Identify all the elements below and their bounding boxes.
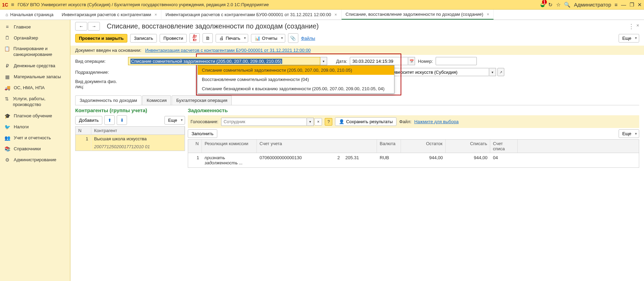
tab-home[interactable]: ⌂ Начальная страница: [1, 10, 58, 20]
sidebar-item-services[interactable]: ⇅Услуги, работы, производство: [0, 93, 70, 110]
search-icon[interactable]: 🔍: [564, 2, 571, 8]
clear-icon[interactable]: ×: [314, 118, 322, 126]
cell-currency: RUB: [377, 154, 401, 166]
graduation-icon: 🎓: [4, 113, 10, 119]
save-button[interactable]: Записать: [130, 34, 157, 43]
sidebar-item-organizer[interactable]: 🗒Органайзер: [0, 32, 70, 43]
chevron-down-icon: ▼: [180, 118, 183, 122]
main-menu-icon[interactable]: ≡: [11, 2, 14, 8]
subtab-accounting[interactable]: Бухгалтерская операция: [172, 95, 232, 105]
tab-writeoff[interactable]: Списание, восстановление задолженности п…: [342, 10, 494, 20]
sidebar-item-money[interactable]: ₽Денежные средства: [0, 60, 70, 71]
cell-account-n: 2: [325, 154, 343, 166]
chevron-down-icon: ▼: [280, 36, 284, 40]
clipboard-icon: 📋: [4, 46, 10, 51]
number-field[interactable]: [436, 57, 477, 65]
tab-inventory[interactable]: Инвентаризация расчетов с контрагентами …: [58, 10, 162, 20]
close-page-icon[interactable]: ×: [636, 23, 639, 30]
minimize-icon[interactable]: —: [621, 2, 626, 8]
gear-icon: ⚙: [4, 157, 10, 163]
list-icon: ≡: [4, 24, 10, 30]
sidebar-item-directories[interactable]: 📚Справочники: [0, 143, 70, 154]
options-icon[interactable]: ⋮: [628, 23, 634, 30]
note-icon: 🗒: [4, 35, 10, 40]
settings-icon[interactable]: ≡: [614, 2, 618, 8]
more-button[interactable]: Еще▼: [619, 129, 639, 138]
department-label: Подразделение:: [75, 70, 125, 75]
add-button[interactable]: Добавить: [75, 116, 102, 125]
sidebar-item-taxes[interactable]: 🐦Налоги: [0, 121, 70, 132]
dropdown-option[interactable]: Списание сомнительной задолженности (205…: [198, 66, 394, 75]
table-row[interactable]: 1 Высшая школа искусства: [76, 135, 185, 143]
move-down-icon[interactable]: ⬇: [117, 115, 127, 125]
document-icon[interactable]: 🗎: [203, 33, 213, 43]
sidebar-item-admin[interactable]: ⚙Администрирование: [0, 154, 70, 165]
cell-account-code: 07060000000000130: [257, 154, 325, 166]
sidebar-item-reporting[interactable]: 👥Учет и отчетность: [0, 132, 70, 143]
sidebar-item-assets[interactable]: 🚚ОС, НМА, НПА: [0, 82, 70, 93]
employee-field[interactable]: [221, 118, 307, 126]
dropdown-option[interactable]: Списание безнадежной к взысканию задолже…: [198, 84, 394, 93]
dropdown-toggle-button[interactable]: ▾: [307, 118, 314, 126]
dropdown-option[interactable]: Восстановление сомнительной задолженност…: [198, 75, 394, 84]
base-document-link[interactable]: Инвентаризация расчетов с контрагентами …: [145, 48, 311, 53]
open-icon[interactable]: ↗: [497, 68, 504, 76]
subtab-debt[interactable]: Задолженность по доходам: [75, 95, 141, 105]
nav-back-button[interactable]: ←: [75, 22, 87, 31]
close-icon[interactable]: ×: [335, 12, 337, 17]
sidebar-item-inventory[interactable]: ▦Материальные запасы: [0, 71, 70, 82]
history-icon[interactable]: ↻: [548, 2, 553, 8]
tab-label: Инвентаризация расчетов с контрагентами …: [165, 12, 331, 17]
date-field[interactable]: [350, 57, 408, 65]
help-icon[interactable]: ?: [325, 118, 332, 126]
debt-table-head: N Резолюция комиссии Счет учета Валюта О…: [188, 139, 639, 153]
sidebar-item-education[interactable]: 🎓Платное обучение: [0, 110, 70, 121]
operation-type-dropdown: Списание сомнительной задолженности (205…: [197, 65, 394, 94]
col-n: N: [76, 127, 91, 134]
move-up-icon[interactable]: ⬆: [104, 115, 115, 125]
favorite-icon[interactable]: ☆: [556, 2, 561, 8]
fill-button[interactable]: Заполнить: [188, 129, 217, 138]
print-icon: 🖨: [219, 36, 224, 41]
cell-contractor: Высшая школа искусства: [91, 135, 185, 143]
more-button[interactable]: Еще▼: [164, 116, 185, 125]
debt-title: Задолженность: [188, 105, 639, 115]
attach-icon[interactable]: 📎: [288, 33, 298, 43]
close-window-icon[interactable]: ✕: [637, 2, 642, 8]
user-name[interactable]: Администратор: [574, 2, 611, 8]
calendar-icon[interactable]: 📅: [408, 57, 415, 65]
dropdown-toggle-button[interactable]: ▾: [489, 68, 496, 76]
app-logo: 1С: [2, 2, 8, 8]
nav-forward-button[interactable]: →: [88, 22, 100, 31]
subtab-commission[interactable]: Комиссия: [142, 95, 171, 105]
sub-tabs: Задолженность по доходам Комиссия Бухгал…: [75, 95, 639, 105]
operation-type-field[interactable]: Списание сомнительной задолженности (205…: [128, 57, 320, 65]
tab-inventory-doc[interactable]: Инвентаризация расчетов с контрагентами …: [161, 10, 341, 20]
table-row[interactable]: 1 признать задолженность ... 07060000000…: [188, 153, 639, 167]
dropdown-toggle-button[interactable]: ▾: [320, 57, 327, 65]
files-link[interactable]: Файлы: [301, 36, 315, 41]
window-title: ГОБУ ВПО Университет искусств (Субсидия)…: [18, 2, 540, 7]
cell-code: 20077125020017712010 01: [91, 143, 185, 151]
col-currency: Валюта: [377, 140, 401, 153]
close-icon[interactable]: ×: [154, 12, 157, 17]
notifications-icon[interactable]: ◒ 1: [540, 2, 545, 8]
choose-file-link[interactable]: Нажмите для выбора: [414, 119, 459, 124]
voting-row: Голосование: ▾ × ? 👤Сохранить результаты…: [188, 115, 639, 128]
post-button[interactable]: Провести: [160, 34, 187, 43]
cell-resolution: признать задолженность ...: [202, 154, 257, 166]
save-results-button[interactable]: 👤Сохранить результаты: [335, 117, 396, 126]
close-icon[interactable]: ×: [487, 12, 489, 17]
restore-icon[interactable]: ❐: [630, 2, 634, 8]
sidebar-item-main[interactable]: ≡Главное: [0, 21, 70, 32]
tab-label: Инвентаризация расчетов с контрагентами: [62, 12, 151, 17]
tab-label: Списание, восстановление задолженности п…: [346, 12, 483, 17]
title-bar: 1С ≡ ГОБУ ВПО Университет искусств (Субс…: [0, 0, 644, 10]
post-and-close-button[interactable]: Провести и закрыть: [75, 34, 127, 43]
dt-kt-icon[interactable]: ДтКт: [189, 33, 200, 43]
print-button[interactable]: 🖨Печать▼: [216, 34, 248, 43]
page-title: Списание, восстановление задолженности п…: [107, 22, 319, 30]
sidebar-item-planning[interactable]: 📋Планирование и санкционирование: [0, 43, 70, 60]
more-button[interactable]: Еще▼: [619, 34, 639, 43]
reports-button[interactable]: 📊Отчеты▼: [251, 34, 285, 43]
